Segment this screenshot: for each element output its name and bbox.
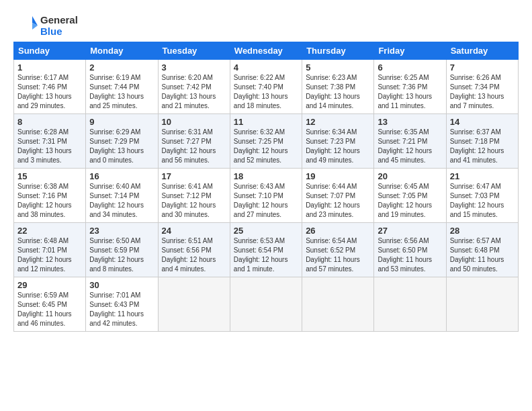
day-info: Sunrise: 6:28 AM Sunset: 7:31 PM Dayligh… (17, 128, 82, 165)
calendar-day-cell: 25Sunrise: 6:53 AM Sunset: 6:54 PM Dayli… (230, 223, 302, 277)
calendar-week-row: 8Sunrise: 6:28 AM Sunset: 7:31 PM Daylig… (14, 114, 519, 169)
day-number: 2 (89, 62, 154, 73)
day-info: Sunrise: 6:54 AM Sunset: 6:52 PM Dayligh… (306, 236, 370, 274)
calendar-day-cell: 15Sunrise: 6:38 AM Sunset: 7:16 PM Dayli… (14, 169, 86, 223)
day-number: 23 (89, 226, 154, 236)
page-container: General Blue SundayMondayTuesdayWednesda… (0, 0, 532, 411)
day-number: 6 (378, 62, 442, 73)
day-number: 15 (17, 171, 82, 181)
day-info: Sunrise: 6:31 AM Sunset: 7:27 PM Dayligh… (162, 128, 226, 165)
weekday-header-cell: Tuesday (158, 42, 230, 60)
day-number: 18 (234, 171, 298, 181)
day-info: Sunrise: 6:45 AM Sunset: 7:05 PM Dayligh… (378, 182, 442, 220)
weekday-header-cell: Thursday (302, 42, 374, 60)
day-number: 10 (162, 117, 226, 127)
weekday-header-cell: Friday (374, 42, 446, 60)
calendar-day-cell (302, 277, 374, 332)
calendar-week-row: 1Sunrise: 6:17 AM Sunset: 7:46 PM Daylig… (14, 60, 519, 114)
day-number: 12 (306, 117, 370, 127)
calendar-day-cell: 20Sunrise: 6:45 AM Sunset: 7:05 PM Dayli… (374, 169, 446, 223)
day-info: Sunrise: 6:53 AM Sunset: 6:54 PM Dayligh… (234, 236, 298, 274)
calendar-day-cell: 8Sunrise: 6:28 AM Sunset: 7:31 PM Daylig… (14, 114, 86, 169)
calendar-day-cell: 5Sunrise: 6:23 AM Sunset: 7:38 PM Daylig… (302, 60, 374, 114)
day-number: 11 (234, 117, 298, 127)
calendar-day-cell: 16Sunrise: 6:40 AM Sunset: 7:14 PM Dayli… (86, 169, 158, 223)
day-info: Sunrise: 6:44 AM Sunset: 7:07 PM Dayligh… (306, 182, 370, 220)
day-number: 30 (89, 280, 154, 290)
day-info: Sunrise: 6:38 AM Sunset: 7:16 PM Dayligh… (17, 182, 82, 220)
day-number: 13 (378, 117, 442, 127)
calendar-day-cell: 6Sunrise: 6:25 AM Sunset: 7:36 PM Daylig… (374, 60, 446, 114)
day-info: Sunrise: 6:22 AM Sunset: 7:40 PM Dayligh… (234, 73, 298, 111)
weekday-header-cell: Wednesday (230, 42, 302, 60)
day-info: Sunrise: 6:50 AM Sunset: 6:59 PM Dayligh… (89, 236, 154, 274)
weekday-header-row: SundayMondayTuesdayWednesdayThursdayFrid… (14, 42, 519, 60)
day-number: 29 (17, 280, 82, 290)
day-number: 26 (306, 226, 370, 236)
weekday-header-cell: Saturday (446, 42, 518, 60)
calendar-day-cell (230, 277, 302, 332)
calendar-day-cell: 7Sunrise: 6:26 AM Sunset: 7:34 PM Daylig… (446, 60, 518, 114)
calendar-day-cell: 13Sunrise: 6:35 AM Sunset: 7:21 PM Dayli… (374, 114, 446, 169)
day-number: 22 (17, 226, 82, 236)
day-number: 24 (162, 226, 226, 236)
calendar-week-row: 22Sunrise: 6:48 AM Sunset: 7:01 PM Dayli… (14, 223, 519, 277)
day-info: Sunrise: 6:41 AM Sunset: 7:12 PM Dayligh… (162, 182, 226, 220)
calendar-day-cell: 1Sunrise: 6:17 AM Sunset: 7:46 PM Daylig… (14, 60, 86, 114)
calendar-day-cell: 4Sunrise: 6:22 AM Sunset: 7:40 PM Daylig… (230, 60, 302, 114)
day-info: Sunrise: 6:40 AM Sunset: 7:14 PM Dayligh… (89, 182, 154, 220)
calendar-day-cell: 12Sunrise: 6:34 AM Sunset: 7:23 PM Dayli… (302, 114, 374, 169)
day-number: 16 (89, 171, 154, 181)
day-info: Sunrise: 6:23 AM Sunset: 7:38 PM Dayligh… (306, 73, 370, 111)
calendar-table: SundayMondayTuesdayWednesdayThursdayFrid… (13, 42, 519, 332)
day-info: Sunrise: 6:51 AM Sunset: 6:56 PM Dayligh… (162, 236, 226, 274)
calendar-day-cell (158, 277, 230, 332)
day-info: Sunrise: 6:59 AM Sunset: 6:45 PM Dayligh… (17, 291, 82, 328)
calendar-day-cell: 28Sunrise: 6:57 AM Sunset: 6:48 PM Dayli… (446, 223, 518, 277)
logo-name: General Blue (40, 14, 78, 38)
day-number: 25 (234, 226, 298, 236)
calendar-day-cell: 3Sunrise: 6:20 AM Sunset: 7:42 PM Daylig… (158, 60, 230, 114)
day-info: Sunrise: 6:48 AM Sunset: 7:01 PM Dayligh… (17, 236, 82, 274)
day-number: 8 (17, 117, 82, 127)
logo: General Blue (13, 13, 78, 38)
calendar-day-cell: 23Sunrise: 6:50 AM Sunset: 6:59 PM Dayli… (86, 223, 158, 277)
day-number: 14 (450, 117, 515, 127)
day-number: 5 (306, 62, 370, 73)
day-number: 19 (306, 171, 370, 181)
calendar-day-cell: 29Sunrise: 6:59 AM Sunset: 6:45 PM Dayli… (14, 277, 86, 332)
calendar-day-cell: 14Sunrise: 6:37 AM Sunset: 7:18 PM Dayli… (446, 114, 518, 169)
day-info: Sunrise: 7:01 AM Sunset: 6:43 PM Dayligh… (89, 291, 154, 328)
weekday-header-cell: Monday (86, 42, 158, 60)
calendar-day-cell: 22Sunrise: 6:48 AM Sunset: 7:01 PM Dayli… (14, 223, 86, 277)
calendar-day-cell: 11Sunrise: 6:32 AM Sunset: 7:25 PM Dayli… (230, 114, 302, 169)
day-info: Sunrise: 6:56 AM Sunset: 6:50 PM Dayligh… (378, 236, 442, 274)
logo-text-block: General Blue (13, 13, 78, 38)
day-info: Sunrise: 6:35 AM Sunset: 7:21 PM Dayligh… (378, 128, 442, 165)
day-info: Sunrise: 6:25 AM Sunset: 7:36 PM Dayligh… (378, 73, 442, 111)
day-number: 27 (378, 226, 442, 236)
day-number: 9 (89, 117, 154, 127)
calendar-week-row: 15Sunrise: 6:38 AM Sunset: 7:16 PM Dayli… (14, 169, 519, 223)
calendar-week-row: 29Sunrise: 6:59 AM Sunset: 6:45 PM Dayli… (14, 277, 519, 332)
day-info: Sunrise: 6:43 AM Sunset: 7:10 PM Dayligh… (234, 182, 298, 220)
calendar-day-cell: 2Sunrise: 6:19 AM Sunset: 7:44 PM Daylig… (86, 60, 158, 114)
calendar-day-cell: 30Sunrise: 7:01 AM Sunset: 6:43 PM Dayli… (86, 277, 158, 332)
day-number: 3 (162, 62, 226, 73)
day-info: Sunrise: 6:57 AM Sunset: 6:48 PM Dayligh… (450, 236, 515, 274)
day-number: 28 (450, 226, 515, 236)
calendar-day-cell: 18Sunrise: 6:43 AM Sunset: 7:10 PM Dayli… (230, 169, 302, 223)
calendar-day-cell: 10Sunrise: 6:31 AM Sunset: 7:27 PM Dayli… (158, 114, 230, 169)
day-number: 20 (378, 171, 442, 181)
day-number: 4 (234, 62, 298, 73)
day-info: Sunrise: 6:47 AM Sunset: 7:03 PM Dayligh… (450, 182, 515, 220)
day-info: Sunrise: 6:29 AM Sunset: 7:29 PM Dayligh… (89, 128, 154, 165)
calendar-day-cell (446, 277, 518, 332)
logo-graphic (13, 13, 38, 38)
day-info: Sunrise: 6:32 AM Sunset: 7:25 PM Dayligh… (234, 128, 298, 165)
calendar-body: 1Sunrise: 6:17 AM Sunset: 7:46 PM Daylig… (14, 60, 519, 332)
calendar-day-cell: 21Sunrise: 6:47 AM Sunset: 7:03 PM Dayli… (446, 169, 518, 223)
day-info: Sunrise: 6:26 AM Sunset: 7:34 PM Dayligh… (450, 73, 515, 111)
calendar-day-cell: 9Sunrise: 6:29 AM Sunset: 7:29 PM Daylig… (86, 114, 158, 169)
calendar-day-cell (374, 277, 446, 332)
